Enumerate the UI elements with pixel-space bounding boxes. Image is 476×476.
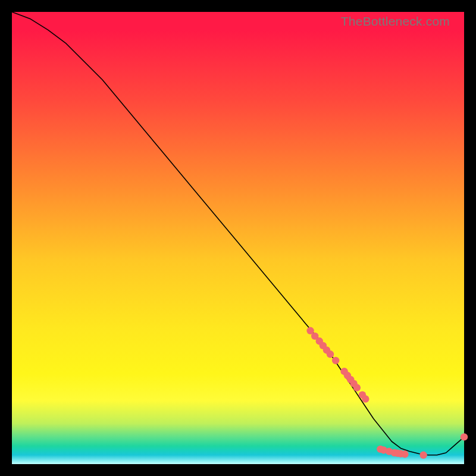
data-point (332, 357, 339, 364)
marker-group (306, 327, 468, 459)
plot-area: TheBottleneck.com (12, 12, 464, 464)
data-point (353, 384, 361, 391)
data-point (401, 450, 408, 458)
data-point (327, 350, 334, 358)
data-point (362, 395, 369, 402)
data-point (419, 452, 427, 459)
chart-svg (12, 12, 464, 464)
curve-line (12, 12, 464, 455)
chart-stage: TheBottleneck.com (0, 0, 476, 476)
data-point (461, 433, 468, 440)
